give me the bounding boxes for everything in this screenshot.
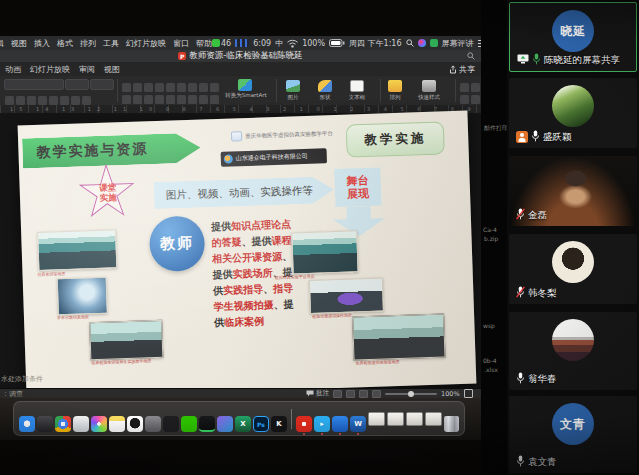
excel-dock-icon[interactable]: X bbox=[235, 416, 251, 432]
keynote-dock-icon[interactable] bbox=[145, 416, 161, 432]
search-in-presentation-icon[interactable] bbox=[467, 52, 475, 60]
menu-item-窗口[interactable]: 窗口 bbox=[173, 38, 189, 49]
menu-item-格式[interactable]: 格式 bbox=[57, 38, 73, 49]
company-logo-icon bbox=[224, 154, 233, 163]
notes-dock-icon[interactable] bbox=[109, 416, 125, 432]
caption-left-lab: 仿真实训室场景 bbox=[37, 271, 65, 277]
ribbon-tab-幻灯片放映[interactable]: 幻灯片放映 bbox=[30, 64, 70, 75]
photoshop-dock-icon[interactable]: Ps bbox=[253, 416, 269, 432]
menu-item-帮助[interactable]: 帮助 bbox=[196, 38, 212, 49]
participant-name: 翁华春 bbox=[528, 373, 557, 386]
meeting-status-text[interactable]: 屏幕评讲 bbox=[442, 38, 474, 49]
editing-canvas[interactable]: 教学实施与资源 重庆华教医学虚拟仿真实验教学平台 山东通众电子科技有限公司 教学… bbox=[0, 113, 481, 388]
trash-icon[interactable] bbox=[444, 416, 459, 432]
arrange-button[interactable]: 排列 bbox=[383, 94, 407, 101]
slideshow-view-icon[interactable] bbox=[372, 390, 381, 398]
font-grow-shrink-buttons[interactable] bbox=[90, 79, 114, 90]
insert-textbox-button[interactable]: 文本框 bbox=[341, 94, 373, 101]
notes-view-icon[interactable] bbox=[359, 390, 368, 398]
spotlight-search-icon[interactable] bbox=[406, 39, 414, 47]
minimized-window-thumbnail[interactable] bbox=[387, 412, 404, 426]
menu-item-辑[interactable]: 辑 bbox=[0, 38, 4, 49]
alook-dock-icon[interactable] bbox=[332, 416, 348, 432]
menu-bar-status: 46 6:09 中 100% 周四 下午1:16 屏幕评讲 bbox=[212, 38, 489, 49]
insert-shape-button[interactable]: 形状 bbox=[313, 94, 337, 101]
netease-music-dock-icon[interactable] bbox=[296, 416, 312, 432]
share-button[interactable]: 共享 bbox=[449, 64, 475, 75]
ribbon-tab-视图[interactable]: 视图 bbox=[104, 64, 120, 75]
slide-sorter-icon[interactable] bbox=[346, 390, 355, 398]
duty-segment: 提供 bbox=[211, 221, 231, 233]
slide: 教学实施与资源 重庆华教医学虚拟仿真实验教学平台 山东通众电子科技有限公司 教学… bbox=[18, 111, 477, 399]
menu-item-工具[interactable]: 工具 bbox=[103, 38, 119, 49]
photo-of-laptop-screen: 辑视图插入格式排列工具幻灯片放映窗口帮助 46 6:09 中 100% 周四 下… bbox=[0, 0, 639, 475]
participant-tile[interactable]: 盛跃颖 bbox=[509, 78, 637, 148]
meeting-camera-icon[interactable] bbox=[430, 39, 438, 47]
stats-meters-icon[interactable] bbox=[235, 39, 249, 47]
safari-dock-icon[interactable] bbox=[19, 416, 35, 432]
quick-styles-button[interactable]: 快速样式 bbox=[408, 94, 450, 101]
duty-segment: 临床案例 bbox=[224, 315, 264, 327]
menu-item-幻灯片放映[interactable]: 幻灯片放映 bbox=[126, 38, 166, 49]
font-size-select[interactable] bbox=[65, 79, 89, 90]
fit-slide-icon[interactable] bbox=[464, 389, 473, 398]
photo-right-lab bbox=[291, 230, 358, 274]
clock-text[interactable]: 周四 下午1:16 bbox=[349, 38, 402, 49]
member-badge-icon bbox=[516, 131, 528, 143]
desktop-file-fragment: 邮件打印 bbox=[484, 124, 508, 133]
activity-monitor-dock-icon[interactable] bbox=[199, 416, 215, 432]
photos-dock-icon[interactable] bbox=[91, 416, 107, 432]
share-banner-text: 陈晓延的屏幕共享 bbox=[544, 54, 620, 67]
smartart-button[interactable]: 转换为SmartArt bbox=[222, 92, 270, 99]
participant-tile[interactable]: 韩冬梨 bbox=[509, 234, 637, 304]
timer-text: 6:09 bbox=[253, 39, 271, 48]
wechat-dock-icon[interactable] bbox=[181, 416, 197, 432]
telegram-dock-icon[interactable]: ▸ bbox=[314, 416, 330, 432]
qq-dock-icon[interactable] bbox=[127, 416, 143, 432]
menu-item-视图[interactable]: 视图 bbox=[11, 38, 27, 49]
menu-item-排列[interactable]: 排列 bbox=[80, 38, 96, 49]
zoom-slider-knob[interactable] bbox=[408, 391, 414, 397]
participant-tile[interactable]: 金磊 bbox=[509, 156, 637, 226]
minimized-window-thumbnail[interactable] bbox=[368, 412, 385, 426]
battery-icon[interactable] bbox=[329, 39, 345, 47]
avatar bbox=[552, 241, 594, 283]
teach-implementation-box: 教学实施 bbox=[346, 121, 445, 157]
font-name-select[interactable] bbox=[4, 79, 64, 90]
participant-label: 翁华春 bbox=[516, 372, 557, 386]
minimized-window-thumbnail[interactable] bbox=[406, 412, 423, 426]
launchpad-dock-icon[interactable] bbox=[37, 416, 53, 432]
ribbon-tab-动画[interactable]: 动画 bbox=[5, 64, 21, 75]
desktop-file-fragment: 0b-4 bbox=[483, 357, 497, 364]
menu-item-插入[interactable]: 插入 bbox=[34, 38, 50, 49]
insert-picture-icon bbox=[286, 80, 300, 92]
desktop-file-fragment: Ca-4 bbox=[483, 226, 497, 233]
preview-dock-icon[interactable] bbox=[73, 416, 89, 432]
wechat-menubar-icon[interactable]: 46 bbox=[212, 39, 231, 48]
smartart-icon bbox=[238, 79, 252, 91]
zoom-slider[interactable] bbox=[385, 393, 437, 395]
word-dock-icon[interactable]: W bbox=[350, 416, 366, 432]
comment-icon[interactable] bbox=[306, 390, 314, 397]
chrome-dock-icon[interactable] bbox=[55, 416, 71, 432]
normal-view-icon[interactable] bbox=[333, 390, 342, 398]
participant-tile[interactable]: 文青袁文青 bbox=[509, 396, 637, 473]
minimized-window-thumbnail[interactable] bbox=[425, 412, 442, 426]
participant-label: 金磊 bbox=[516, 208, 547, 222]
insert-picture-button[interactable]: 图片 bbox=[281, 94, 305, 101]
second-screen-edge: 邮件打印Ca-4b.zipwsp0b-4.xlsx bbox=[481, 0, 507, 475]
siri-icon[interactable] bbox=[418, 39, 426, 47]
quick-styles-icon bbox=[422, 80, 436, 92]
input-method-indicator[interactable]: 中 bbox=[275, 38, 283, 49]
terminal-dock-icon[interactable] bbox=[163, 416, 179, 432]
participant-tile[interactable]: 翁华春 bbox=[509, 312, 637, 390]
wifi-icon[interactable] bbox=[287, 39, 298, 48]
prism-dock-icon[interactable] bbox=[217, 416, 233, 432]
sketch-dock-icon[interactable]: K bbox=[271, 416, 287, 432]
participant-tile[interactable]: 晓延陈晓延的屏幕共享 bbox=[509, 2, 637, 72]
comment-label[interactable]: 批注 bbox=[316, 389, 329, 398]
document-title: 教师资源-临床检验基础陈晓延 bbox=[189, 50, 303, 62]
duty-segment: 、 bbox=[263, 283, 273, 294]
ribbon-tab-审阅[interactable]: 审阅 bbox=[79, 64, 95, 75]
slide-title-banner: 教学实施与资源 bbox=[22, 132, 201, 168]
